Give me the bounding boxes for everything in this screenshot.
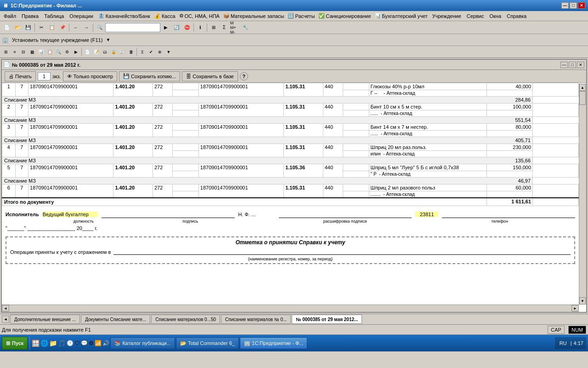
- open-button[interactable]: 📂: [12, 23, 23, 33]
- scroll-up-btn[interactable]: ▲: [579, 84, 586, 91]
- tb3-btn-5[interactable]: 📊: [37, 48, 45, 56]
- tb3-btn-3[interactable]: ⊟: [19, 48, 28, 56]
- close-button[interactable]: ✕: [578, 2, 585, 9]
- menu-calculations[interactable]: 🔢 Расчеты: [286, 12, 317, 20]
- doc-restore-btn[interactable]: □: [569, 62, 576, 68]
- taskbar-total-commander[interactable]: 📂 Total Commander 6_: [176, 337, 239, 349]
- name-cell: Шприц 5 мл "Луер" 5 Б с иглой 0,7x38: [369, 164, 487, 171]
- menu-cash[interactable]: 💰 Касса: [152, 12, 177, 20]
- menu-service[interactable]: Сервис: [464, 12, 487, 20]
- scroll-right-btn[interactable]: ►: [571, 305, 579, 311]
- mplus-button[interactable]: M M+ M-: [230, 23, 240, 33]
- tab-doc-385[interactable]: № 0000385 от 29 мая 2012...: [292, 315, 362, 324]
- tb3-btn-7[interactable]: 🔍: [54, 48, 62, 56]
- tb3-btn-18[interactable]: ⊕: [156, 48, 164, 56]
- tb3-btn-8[interactable]: ⚙: [63, 48, 71, 56]
- sum-button[interactable]: Σ: [219, 23, 229, 33]
- stamp-underline: [113, 247, 571, 255]
- menu-operations[interactable]: Операции: [67, 12, 96, 20]
- menu-accounting[interactable]: 📊 Бухгалтерский учет: [373, 12, 430, 20]
- menu-materials[interactable]: 📦 Материальные запасы: [221, 12, 286, 20]
- search-input[interactable]: [105, 23, 160, 32]
- menu-help[interactable]: Справка: [504, 12, 529, 20]
- empty: [343, 151, 369, 157]
- tab-scroll-left[interactable]: ◄: [2, 316, 9, 323]
- tb3-btn-4[interactable]: ▦: [28, 48, 36, 56]
- scroll-thumb[interactable]: [579, 91, 586, 105]
- windows-logo-icon[interactable]: 🪟: [32, 339, 40, 347]
- forward-button[interactable]: →: [81, 23, 91, 33]
- tb3-btn-9[interactable]: ▶: [72, 48, 80, 56]
- maximize-button[interactable]: □: [570, 2, 577, 9]
- start-button[interactable]: ⊞ Пуск: [2, 337, 28, 350]
- horizontal-scrollbar[interactable]: ◄ ►: [2, 305, 579, 312]
- menu-edit[interactable]: Правка: [19, 12, 41, 20]
- scroll-left-btn[interactable]: ◄: [2, 305, 9, 311]
- taskbar-1c[interactable]: 🏢 1С:Предприятие - Ф...: [240, 337, 307, 349]
- chat-icon[interactable]: 💬: [81, 340, 88, 346]
- vertical-scrollbar[interactable]: ▲ ▼: [579, 84, 586, 305]
- doc-help-button[interactable]: ?: [240, 72, 248, 80]
- new-button[interactable]: 📄: [2, 23, 12, 33]
- doc-title: № 0000385 от 29 мая 2012 г.: [12, 62, 560, 68]
- doc-minimize-btn[interactable]: —: [560, 62, 568, 68]
- table-button[interactable]: ⊞: [209, 23, 219, 33]
- tb3-btn-6[interactable]: 📋: [45, 48, 54, 56]
- minimize-button[interactable]: —: [561, 2, 569, 9]
- tb3-btn-12[interactable]: 🗂: [101, 48, 109, 56]
- tb3-btn-14[interactable]: 📰: [118, 48, 126, 56]
- save-db-button[interactable]: 🗄 Сохранить в базе: [182, 71, 238, 81]
- menu-treasury[interactable]: 🏦 Казначейство/Банк: [96, 12, 152, 20]
- menu-sanction[interactable]: ✅ Санкционирование: [317, 12, 373, 20]
- tab-materials-050[interactable]: Списание материалов 0...50: [151, 315, 220, 324]
- language-indicator[interactable]: RU: [558, 339, 569, 347]
- refresh-button[interactable]: 🔄: [171, 23, 181, 33]
- tab-materials-num[interactable]: Списание материалов № 0...: [221, 315, 291, 324]
- save-copy-button[interactable]: 💾 Сохранить копию...: [119, 71, 180, 81]
- menu-os[interactable]: ⚙ ОС, НМА, НПА: [177, 12, 221, 20]
- menu-table[interactable]: Таблица: [41, 12, 67, 20]
- tab-documents[interactable]: Документы Списание мате...: [81, 315, 150, 324]
- clock-icon[interactable]: 🕐: [67, 340, 74, 346]
- tb3-btn-16[interactable]: Σ: [138, 48, 147, 56]
- tb3-btn-1[interactable]: ⊞: [2, 48, 10, 56]
- media-icon[interactable]: 🎵: [58, 339, 66, 347]
- scroll-down-btn[interactable]: ▼: [579, 297, 586, 305]
- tb3-btn-2[interactable]: ≡: [11, 48, 19, 56]
- volume-icon[interactable]: 🔊: [102, 340, 109, 346]
- empty-end: [533, 198, 579, 206]
- security-icon[interactable]: 🛡: [74, 340, 80, 346]
- search-button[interactable]: 🔍: [95, 23, 105, 33]
- tb3-btn-15[interactable]: 🗑: [127, 48, 135, 56]
- cut-button[interactable]: ✂: [36, 23, 46, 33]
- menu-file[interactable]: Файл: [1, 12, 19, 20]
- paste-button[interactable]: 📌: [57, 23, 68, 33]
- save-button[interactable]: 💾: [23, 23, 33, 33]
- ie-icon[interactable]: 🌐: [40, 339, 48, 347]
- network-icon[interactable]: 📶: [95, 340, 102, 346]
- tb3-btn-19[interactable]: ▼: [164, 48, 173, 56]
- page-number-input[interactable]: [38, 72, 51, 80]
- tb3-btn-13[interactable]: 🔒: [109, 48, 118, 56]
- print-button[interactable]: 🖨 Печать: [5, 71, 36, 81]
- menu-institution[interactable]: Учреждение: [430, 12, 464, 20]
- go-button[interactable]: ▶: [161, 23, 171, 33]
- wrench-button[interactable]: 🔧: [240, 23, 250, 33]
- copy-button[interactable]: 📋: [47, 23, 57, 33]
- taskbar-catalog[interactable]: 📚 Каталог публикаци...: [110, 337, 175, 349]
- settings-icon[interactable]: ⚙: [89, 340, 94, 346]
- view-only-button[interactable]: 👁 Только просмотр: [63, 71, 117, 81]
- back-button[interactable]: ←: [71, 23, 81, 33]
- info-button[interactable]: ℹ: [195, 23, 205, 33]
- sub1-cell: 272: [153, 83, 172, 97]
- tb3-btn-17[interactable]: ✔: [147, 48, 155, 56]
- menu-windows[interactable]: Окна: [486, 12, 504, 20]
- tab-additional[interactable]: Дополнительные внешние ...: [10, 315, 80, 324]
- tb3-btn-11[interactable]: 📝: [92, 48, 100, 56]
- tb3-btn-10[interactable]: 📄: [83, 48, 91, 56]
- folder-icon[interactable]: 📁: [49, 339, 57, 347]
- install-institution-button[interactable]: Установить текущее учреждение (F11): [10, 36, 104, 44]
- subrow-cell: ...... - Аптека-склад: [369, 131, 487, 137]
- doc-close-btn[interactable]: ✕: [577, 62, 584, 68]
- stop-button[interactable]: ⛔: [182, 23, 192, 33]
